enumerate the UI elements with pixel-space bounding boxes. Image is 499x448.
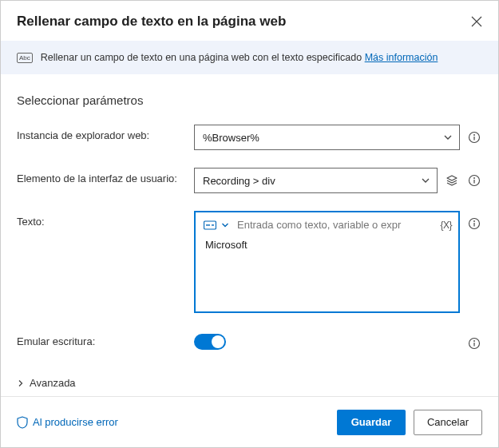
dialog-title: Rellenar campo de texto en la página web [17,14,286,30]
dialog-header: Rellenar campo de texto en la página web [1,1,498,41]
info-icon[interactable] [466,216,482,232]
variable-picker-button[interactable]: {X} [440,220,452,231]
row-text: Texto: Entrada como texto, variable o ex… [17,211,482,313]
dialog-body: Seleccionar parámetros Instancia de expl… [1,74,498,396]
chevron-down-icon [221,221,229,229]
info-icon[interactable] [466,129,482,145]
advanced-expander[interactable]: Avanzada [17,377,76,389]
on-error-label: Al producirse error [33,416,118,428]
info-icon[interactable] [466,335,482,351]
chevron-right-icon [17,379,25,387]
text-input-value[interactable]: Microsoft [196,237,458,252]
section-title: Seleccionar parámetros [17,93,482,107]
cancel-button[interactable]: Cancelar [414,410,482,435]
browser-select-value: %Browser% [203,132,259,144]
toggle-knob [212,335,224,348]
chevron-down-icon [443,133,453,142]
svg-rect-14 [473,343,474,347]
svg-rect-8 [212,224,214,225]
emulate-label: Emular escritura: [17,331,184,347]
text-field-icon: Abc [17,53,33,63]
info-bar: Abc Rellenar un campo de texto en una pá… [1,41,498,74]
browser-label: Instancia de explorador web: [17,125,184,141]
svg-point-1 [473,134,475,136]
more-info-link[interactable]: Más información [365,52,438,63]
text-input-placeholder: Entrada como texto, variable o expr [237,219,401,231]
svg-rect-5 [473,180,474,184]
svg-point-10 [473,220,475,222]
text-input-box[interactable]: Entrada como texto, variable o expr {X} … [194,211,460,313]
ui-element-select[interactable]: Recording > div [194,168,438,193]
info-text: Rellenar un campo de texto en una página… [41,52,438,63]
svg-point-13 [473,340,475,342]
on-error-button[interactable]: Al producirse error [17,416,118,429]
text-label: Texto: [17,211,184,228]
layers-icon[interactable] [444,172,460,188]
input-mode-button[interactable] [204,220,229,230]
close-icon[interactable] [471,16,482,27]
svg-rect-7 [206,224,210,225]
row-browser: Instancia de explorador web: %Browser% [17,125,482,150]
advanced-label: Avanzada [30,377,76,389]
svg-rect-2 [473,137,474,141]
svg-point-4 [473,177,475,179]
chevron-down-icon [421,176,430,185]
emulate-toggle[interactable] [194,334,226,350]
row-emulate-typing: Emular escritura: [17,331,482,351]
info-icon[interactable] [466,172,482,188]
shield-icon [17,416,28,429]
svg-rect-11 [473,223,474,227]
ui-element-label: Elemento de la interfaz de usuario: [17,168,184,184]
ui-element-select-value: Recording > div [203,175,275,187]
save-button[interactable]: Guardar [337,410,406,435]
row-ui-element: Elemento de la interfaz de usuario: Reco… [17,168,482,193]
text-mode-icon [204,220,216,230]
browser-select[interactable]: %Browser% [194,125,460,150]
dialog-footer: Al producirse error Guardar Cancelar [1,396,498,447]
action-dialog: Rellenar campo de texto en la página web… [0,0,499,448]
text-input-header: Entrada como texto, variable o expr {X} [196,212,458,237]
